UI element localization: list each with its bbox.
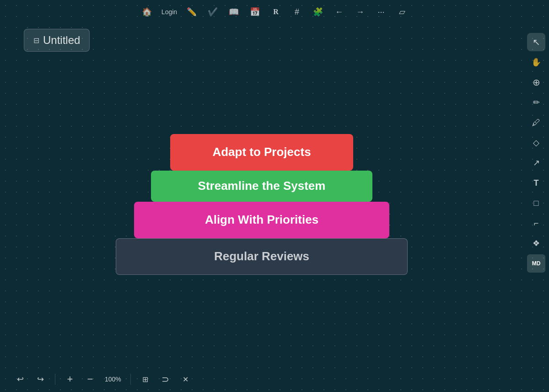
hash-icon[interactable]: # xyxy=(291,5,303,18)
add-button[interactable]: + xyxy=(61,370,79,388)
redo-button[interactable]: ↪ xyxy=(31,370,49,388)
top-toolbar: 🏠 Login ✏️ ✔️ 📖 📅 R # 🧩 ← → ··· ▱ xyxy=(0,0,549,24)
edit-icon[interactable]: ✏️ xyxy=(185,5,198,18)
bottom-toolbar: ↩ ↪ + − 100% ⊞ ⊃ ✕ xyxy=(0,366,523,392)
align-box[interactable]: Align With Priorities xyxy=(134,202,389,238)
reviews-box[interactable]: Regular Reviews xyxy=(116,238,408,275)
login-button[interactable]: Login xyxy=(161,8,177,16)
zoom-in-tool[interactable]: ⊕ xyxy=(527,73,545,91)
link-button[interactable]: ⊃ xyxy=(156,370,175,388)
eraser-tool[interactable]: ◇ xyxy=(527,134,545,152)
sidebar-icon[interactable]: ▱ xyxy=(396,5,409,18)
hand-tool[interactable]: ✋ xyxy=(527,53,545,71)
r-icon[interactable]: R xyxy=(269,5,282,18)
minus-button[interactable]: − xyxy=(81,370,99,388)
streamline-box[interactable]: Streamline the System xyxy=(151,171,372,202)
cross-button[interactable]: ✕ xyxy=(177,370,195,388)
pencil-tool[interactable]: ✏ xyxy=(527,93,545,112)
grid-button[interactable]: ⊞ xyxy=(136,370,155,388)
undo-button[interactable]: ↩ xyxy=(11,370,29,388)
md-tool[interactable]: MD xyxy=(527,254,545,273)
adapt-box[interactable]: Adapt to Projects xyxy=(170,134,353,171)
canvas: Adapt to Projects Streamline the System … xyxy=(0,24,523,366)
right-toolbar: ↖ ✋ ⊕ ✏ 🖊 ◇ ↗ T □ ⌐ ❖ MD xyxy=(523,27,549,366)
shape-tool[interactable]: □ xyxy=(527,194,545,212)
cursor-tool[interactable]: ↖ xyxy=(527,33,545,51)
more-icon[interactable]: ··· xyxy=(375,5,388,18)
divider-1 xyxy=(55,374,55,385)
component-tool[interactable]: ❖ xyxy=(527,234,545,252)
back-icon[interactable]: ← xyxy=(333,5,345,18)
forward-icon[interactable]: → xyxy=(354,5,366,18)
puzzle-icon[interactable]: 🧩 xyxy=(312,5,324,18)
text-tool[interactable]: T xyxy=(527,174,545,192)
calendar-icon[interactable]: 📅 xyxy=(248,5,261,18)
flow-diagram: Adapt to Projects Streamline the System … xyxy=(116,134,408,275)
check-icon[interactable]: ✔️ xyxy=(206,5,219,18)
zoom-level: 100% xyxy=(101,376,125,383)
book-icon[interactable]: 📖 xyxy=(227,5,240,18)
divider-2 xyxy=(130,374,131,385)
frame-tool[interactable]: ⌐ xyxy=(527,214,545,232)
home-icon[interactable]: 🏠 xyxy=(140,5,153,18)
arrow-tool[interactable]: ↗ xyxy=(527,154,545,172)
marker-tool[interactable]: 🖊 xyxy=(527,113,545,132)
